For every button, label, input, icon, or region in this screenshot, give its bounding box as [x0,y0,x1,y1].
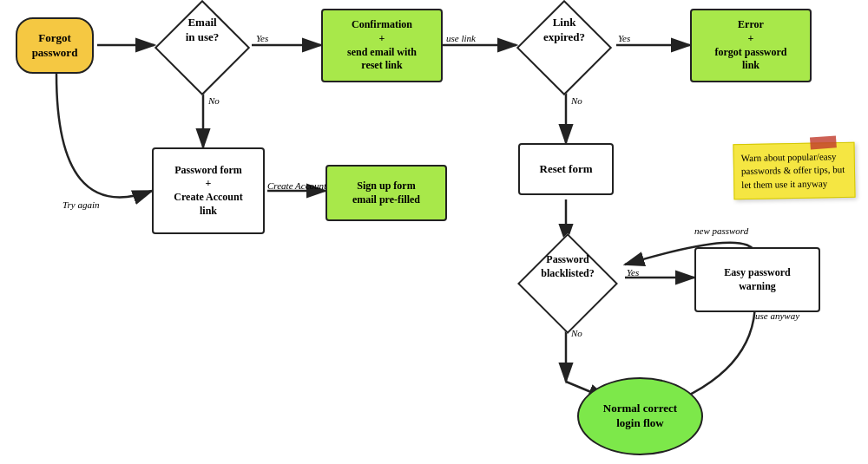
forgot-password-node: Forgot password [16,17,94,74]
use-link-label: use link [446,33,476,43]
link-expired-node: Linkexpired? [516,0,612,95]
email-in-use-label: Emailin use? [186,16,220,43]
sticky-note: Warn about popular/easy passwords & offe… [733,142,855,200]
password-form-node: Password form + Create Account link [152,147,265,234]
password-form-label: Password form + Create Account link [174,164,242,218]
no-label-1: No [208,95,220,106]
no-label-3: No [571,328,582,338]
confirmation-label: Confirmation + send email with reset lin… [347,18,417,72]
no-label-2: No [571,95,582,106]
try-again-label: Try again [62,199,99,210]
sticky-note-text: Warn about popular/easy passwords & offe… [741,151,845,190]
easy-password-warning-label: Easy password warning [724,266,790,293]
error-label: Error + forgot password link [715,18,787,72]
new-password-label: new password [694,225,748,236]
password-blacklisted-label: Passwordblacklisted? [541,253,594,279]
email-in-use-node: Emailin use? [155,0,250,95]
yes-label-2: Yes [618,33,630,43]
create-account-label: Create Account [267,180,326,191]
signup-form-label: Sign up form email pre-filled [352,180,420,206]
link-expired-label: Linkexpired? [543,16,585,43]
normal-correct-login-label: Normal correct login flow [603,402,677,431]
easy-password-warning-node: Easy password warning [694,247,820,312]
error-node: Error + forgot password link [690,9,812,82]
reset-form-node: Reset form [518,143,614,195]
use-anyway-label: use anyway [755,310,799,321]
reset-form-label: Reset form [540,162,593,177]
confirmation-node: Confirmation + send email with reset lin… [321,9,443,82]
password-blacklisted-node: Passwordblacklisted? [518,234,618,334]
normal-correct-login-node: Normal correct login flow [577,377,703,455]
flowchart: Forgot password Emailin use? Yes Confirm… [0,0,868,464]
signup-form-node: Sign up form email pre-filled [326,165,447,221]
forgot-password-label: Forgot password [32,31,78,61]
yes-label-1: Yes [256,33,268,43]
yes-label-3: Yes [627,267,639,278]
